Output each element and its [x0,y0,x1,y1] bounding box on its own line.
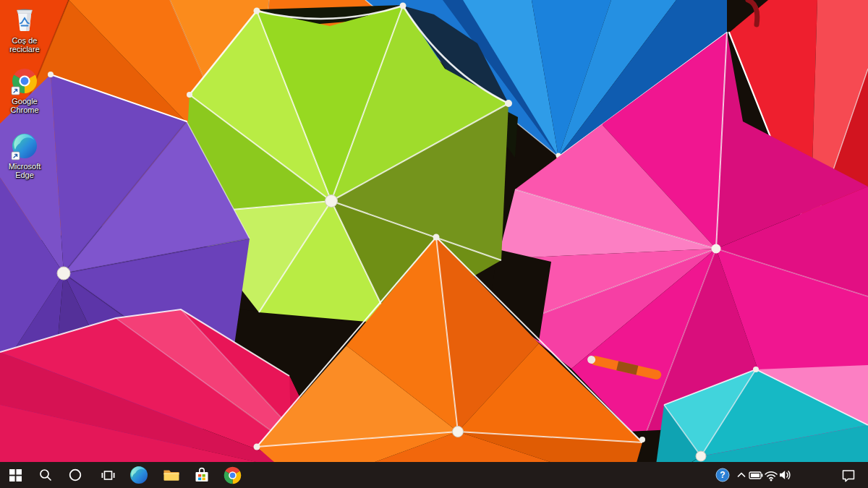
notification-bubble-icon [841,468,856,482]
cortana-button[interactable] [61,462,90,488]
taskbar-chrome-button[interactable] [218,462,247,488]
shortcut-arrow-icon [12,87,20,95]
shortcut-arrow-icon [12,152,20,160]
chrome-icon [11,68,38,95]
recycle-bin-icon [10,4,39,35]
microsoft-store-icon [193,466,210,484]
search-icon [39,468,52,481]
wallpaper-umbrellas [0,0,868,462]
tray-help-icon[interactable]: ? [713,462,732,488]
edge-icon [11,133,38,160]
svg-text:?: ? [720,470,725,480]
windows-logo-icon [9,469,22,481]
task-view-icon [101,469,115,481]
chrome-icon [224,466,242,484]
taskbar-edge-button[interactable] [124,462,153,488]
desktop-icon-label: Microsoft Edge [1,162,48,179]
taskbar-store-button[interactable] [187,462,216,488]
tray-volume-icon[interactable] [776,462,795,488]
desktop-icon-label: Google Chrome [1,97,48,114]
start-button[interactable] [1,462,30,488]
chevron-up-icon [736,470,746,480]
desktop-icon-recycle-bin[interactable]: Coș de reciclare [1,4,48,53]
search-button[interactable] [31,462,60,488]
desktop-icon-google-chrome[interactable]: Google Chrome [1,68,48,114]
file-explorer-icon [163,467,180,483]
taskbar: ? 14:27 05.05.2021 [0,462,868,488]
task-view-button[interactable] [93,462,122,488]
cortana-icon [69,468,82,481]
desktop-icon-microsoft-edge[interactable]: Microsoft Edge [1,133,48,179]
taskbar-file-explorer-button[interactable] [157,462,186,488]
edge-icon [129,466,148,484]
action-center-button[interactable] [838,462,859,488]
desktop-icon-label: Coș de reciclare [1,36,48,53]
